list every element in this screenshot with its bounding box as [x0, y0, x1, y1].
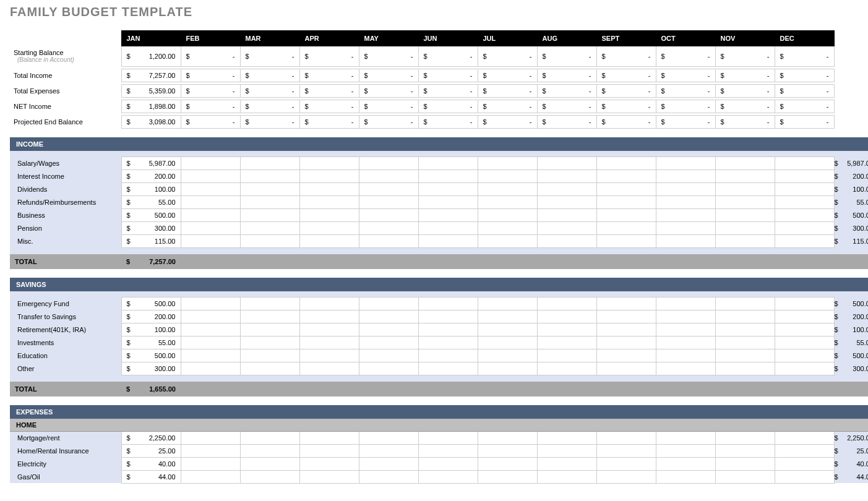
value-cell[interactable]: $- [478, 85, 537, 98]
value-cell[interactable]: $200.00 [121, 310, 181, 323]
value-cell[interactable]: $1,898.00 [121, 100, 181, 113]
value-cell[interactable] [299, 298, 359, 310]
value-cell[interactable] [656, 323, 715, 336]
value-cell[interactable] [715, 310, 775, 323]
value-cell[interactable] [715, 170, 775, 183]
value-cell[interactable] [775, 209, 834, 222]
value-cell[interactable] [478, 196, 537, 209]
value-cell[interactable] [478, 470, 537, 483]
value-cell[interactable] [775, 349, 834, 362]
value-cell[interactable]: $- [299, 46, 359, 67]
value-cell[interactable] [299, 457, 359, 470]
value-cell[interactable] [715, 470, 775, 483]
value-cell[interactable] [299, 157, 359, 170]
value-cell[interactable] [240, 362, 299, 375]
value-cell[interactable] [537, 336, 596, 349]
value-cell[interactable]: $- [240, 46, 299, 67]
value-cell[interactable] [299, 222, 359, 235]
value-cell[interactable] [537, 222, 596, 235]
value-cell[interactable] [537, 457, 596, 470]
value-cell[interactable] [299, 362, 359, 375]
value-cell[interactable] [240, 431, 299, 444]
value-cell[interactable] [359, 157, 418, 170]
value-cell[interactable]: $- [418, 116, 478, 129]
value-cell[interactable]: $55.00 [121, 196, 181, 209]
value-cell[interactable] [596, 157, 656, 170]
value-cell[interactable] [775, 362, 834, 375]
value-cell[interactable] [537, 362, 596, 375]
value-cell[interactable] [596, 222, 656, 235]
value-cell[interactable]: $500.00 [121, 209, 181, 222]
value-cell[interactable] [715, 157, 775, 170]
value-cell[interactable] [715, 222, 775, 235]
value-cell[interactable]: $- [656, 100, 715, 113]
value-cell[interactable]: $300.00 [121, 362, 181, 375]
value-cell[interactable] [596, 336, 656, 349]
value-cell[interactable] [478, 323, 537, 336]
value-cell[interactable] [715, 235, 775, 248]
value-cell[interactable] [418, 349, 478, 362]
value-cell[interactable] [478, 431, 537, 444]
value-cell[interactable] [715, 431, 775, 444]
value-cell[interactable]: $- [537, 85, 596, 98]
value-cell[interactable] [596, 444, 656, 457]
value-cell[interactable]: $- [478, 100, 537, 113]
value-cell[interactable]: $- [359, 46, 418, 67]
value-cell[interactable] [299, 323, 359, 336]
value-cell[interactable]: $2,250.00 [121, 431, 181, 444]
value-cell[interactable]: $- [359, 69, 418, 82]
value-cell[interactable] [299, 431, 359, 444]
value-cell[interactable] [537, 157, 596, 170]
value-cell[interactable] [418, 196, 478, 209]
value-cell[interactable] [775, 310, 834, 323]
value-cell[interactable] [478, 222, 537, 235]
value-cell[interactable]: $- [596, 100, 656, 113]
value-cell[interactable] [537, 310, 596, 323]
value-cell[interactable] [181, 336, 240, 349]
value-cell[interactable] [656, 222, 715, 235]
value-cell[interactable]: $- [299, 85, 359, 98]
value-cell[interactable] [240, 170, 299, 183]
value-cell[interactable] [418, 235, 478, 248]
value-cell[interactable] [299, 470, 359, 483]
value-cell[interactable] [418, 298, 478, 310]
value-cell[interactable] [181, 470, 240, 483]
value-cell[interactable] [240, 323, 299, 336]
value-cell[interactable] [656, 431, 715, 444]
value-cell[interactable]: $- [656, 116, 715, 129]
value-cell[interactable]: $100.00 [121, 183, 181, 196]
value-cell[interactable]: $- [299, 69, 359, 82]
value-cell[interactable] [715, 444, 775, 457]
value-cell[interactable] [181, 310, 240, 323]
value-cell[interactable] [240, 298, 299, 310]
value-cell[interactable] [359, 444, 418, 457]
value-cell[interactable]: $44.00 [121, 470, 181, 483]
value-cell[interactable] [478, 310, 537, 323]
value-cell[interactable] [715, 196, 775, 209]
value-cell[interactable] [596, 235, 656, 248]
value-cell[interactable]: $300.00 [121, 222, 181, 235]
value-cell[interactable] [240, 196, 299, 209]
value-cell[interactable]: $- [656, 85, 715, 98]
value-cell[interactable]: $5,359.00 [121, 85, 181, 98]
value-cell[interactable] [537, 235, 596, 248]
value-cell[interactable] [240, 457, 299, 470]
value-cell[interactable] [299, 183, 359, 196]
value-cell[interactable] [596, 170, 656, 183]
value-cell[interactable]: $- [775, 46, 834, 67]
value-cell[interactable]: $- [775, 69, 834, 82]
value-cell[interactable]: $- [596, 46, 656, 67]
value-cell[interactable] [359, 431, 418, 444]
value-cell[interactable] [181, 431, 240, 444]
value-cell[interactable] [359, 362, 418, 375]
value-cell[interactable] [359, 457, 418, 470]
value-cell[interactable]: $- [418, 46, 478, 67]
value-cell[interactable] [715, 323, 775, 336]
value-cell[interactable]: $- [715, 85, 775, 98]
value-cell[interactable] [656, 457, 715, 470]
value-cell[interactable]: $200.00 [121, 170, 181, 183]
value-cell[interactable] [299, 336, 359, 349]
value-cell[interactable] [775, 157, 834, 170]
value-cell[interactable] [240, 470, 299, 483]
value-cell[interactable]: $- [715, 46, 775, 67]
